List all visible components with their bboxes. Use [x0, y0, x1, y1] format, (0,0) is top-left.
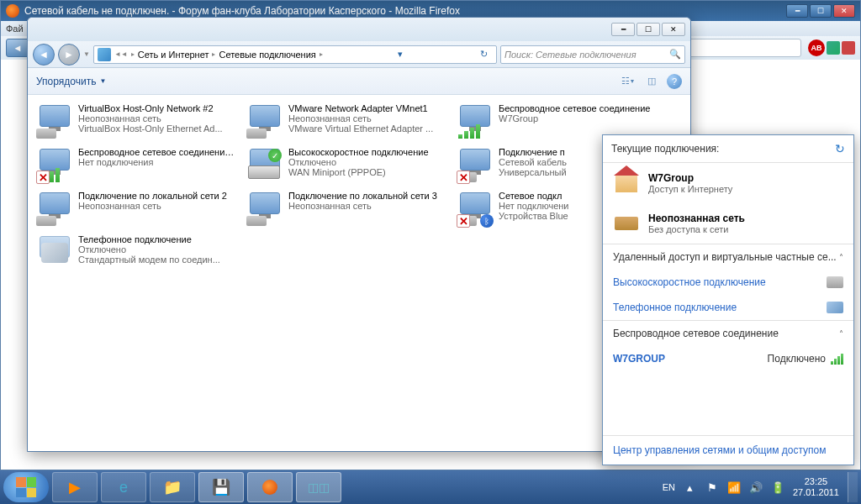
connection-item[interactable]: VirtualBox Host-Only Network #2Неопознан…	[34, 102, 236, 142]
connection-title: Беспроводное сетевое соединение 2	[78, 147, 235, 157]
lan-icon	[246, 191, 283, 228]
network-entry-unknown[interactable]: Неопознанная сеть Без доступа к сети	[603, 203, 853, 244]
language-indicator[interactable]: EN	[663, 482, 675, 492]
flyout-footer-link[interactable]: Центр управления сетями и общим доступом	[603, 435, 853, 465]
back-button[interactable]: ◄	[6, 39, 29, 57]
error-overlay-icon: ✕	[457, 214, 470, 228]
task-save[interactable]: 💾	[198, 472, 244, 502]
windows-logo-icon	[16, 477, 36, 497]
nav-history-dropdown[interactable]: ▼	[83, 50, 90, 58]
tray-show-hidden-icon[interactable]: ▴	[684, 480, 697, 494]
explorer-minimize-button[interactable]: ━	[611, 23, 635, 36]
breadcrumb-root[interactable]: Сеть и Интернет	[138, 50, 209, 60]
adblock-icon[interactable]: AB	[808, 39, 825, 56]
search-icon: 🔍	[669, 49, 681, 60]
house-icon	[615, 174, 637, 192]
modem-icon	[827, 276, 843, 288]
connection-adapter: WAN Miniport (PPPOE)	[288, 167, 445, 177]
signal-bars-icon	[831, 353, 843, 365]
lan-icon	[36, 191, 73, 228]
wifi-icon	[457, 103, 494, 140]
connection-item[interactable]: ✓Высокоскоростное подключениеОтключеноWA…	[245, 145, 446, 186]
view-button[interactable]: ☷▼	[620, 73, 637, 90]
kaspersky-icon	[827, 41, 840, 55]
connection-item[interactable]: Подключение по локальной сети 2Неопознан…	[34, 189, 236, 229]
preview-pane-button[interactable]: ◫	[643, 73, 660, 90]
search-placeholder: Поиск: Сетевые подключения	[504, 50, 637, 60]
connection-status: Неопознанная сеть	[288, 201, 445, 211]
explorer-navbar: ◄ ► ▼ ◄◄ ▸ Сеть и Интернет ▸ Сетевые под…	[28, 41, 690, 68]
connection-item[interactable]: VMware Network Adapter VMnet1Неопознанна…	[245, 102, 446, 142]
chevron-up-icon: ˄	[839, 329, 843, 339]
connection-status: Нет подключения	[78, 157, 235, 167]
network-entry-home[interactable]: W7Group Доступ к Интернету	[603, 163, 853, 203]
explorer-maximize-button[interactable]: ☐	[637, 23, 660, 36]
start-button[interactable]	[3, 472, 49, 502]
explorer-window: ━ ☐ ✕ ◄ ► ▼ ◄◄ ▸ Сеть и Интернет ▸ Сетев…	[27, 17, 691, 452]
organize-button[interactable]: Упорядочить▼	[36, 76, 106, 87]
explorer-titlebar: ━ ☐ ✕	[28, 18, 690, 41]
link-phone[interactable]: Телефонное подключение	[603, 295, 853, 320]
bluetooth-overlay-icon: ᛒ	[480, 214, 494, 228]
connection-title: VirtualBox Host-Only Network #2	[78, 103, 235, 113]
clock[interactable]: 23:25 27.01.2011	[793, 476, 839, 498]
category-dialup[interactable]: Удаленный доступ и виртуальные частные с…	[603, 244, 853, 270]
connection-status: Неопознанная сеть	[288, 113, 445, 123]
tray-power-icon[interactable]: 🔋	[771, 480, 784, 494]
firefox-title: Сетевой кабель не подключен. - Форум фан…	[24, 5, 786, 17]
explorer-toolbar: Упорядочить▼ ☷▼ ◫ ?	[28, 68, 690, 95]
show-desktop-button[interactable]	[848, 472, 858, 502]
tray-network-icon[interactable]: 📶	[727, 480, 741, 494]
connection-title: Подключение по локальной сети 3	[288, 191, 445, 201]
taskbar: ▶ e 📁 💾 ◫◫ EN ▴ ⚑ 📶 🔊 🔋 23:25 27.01.2011	[0, 470, 861, 504]
bench-icon	[615, 217, 638, 230]
connection-status: Неопознанная сеть	[78, 201, 235, 211]
connection-title: Беспроводное сетевое соединение	[499, 103, 655, 113]
addon-icon	[842, 41, 855, 55]
wifi-network[interactable]: W7GROUP Подключено	[603, 346, 853, 371]
connection-title: Подключение по локальной сети 2	[78, 191, 235, 201]
task-netconn[interactable]: ◫◫	[296, 472, 341, 502]
wifi-icon: ✕	[36, 147, 73, 184]
connection-status: Отключено	[78, 244, 235, 255]
phone-icon	[36, 234, 73, 271]
modem-icon: ✓	[246, 147, 283, 184]
connection-status: Отключено	[288, 157, 445, 167]
close-button[interactable]: ✕	[833, 4, 855, 18]
explorer-close-button[interactable]: ✕	[662, 23, 685, 36]
network-icon	[98, 48, 111, 61]
task-wmp[interactable]: ▶	[52, 472, 98, 502]
explorer-body: VirtualBox Host-Only Network #2Неопознан…	[28, 95, 690, 449]
breadcrumb-dropdown[interactable]: ▾	[391, 45, 409, 64]
nav-forward-button[interactable]: ►	[58, 44, 80, 66]
tray-volume-icon[interactable]: 🔊	[749, 480, 763, 494]
nav-back-button[interactable]: ◄	[33, 44, 55, 66]
maximize-button[interactable]: ☐	[810, 4, 832, 18]
tray-action-center-icon[interactable]: ⚑	[705, 480, 719, 494]
network-flyout: Текущие подключения: ↻ W7Group Доступ к …	[602, 134, 854, 465]
connection-item[interactable]: ✕Беспроводное сетевое соединение 2Нет по…	[34, 145, 236, 186]
refresh-button[interactable]: ↻	[474, 45, 493, 64]
connection-adapter: Стандартный модем по соедин...	[78, 255, 235, 265]
search-input[interactable]: Поиск: Сетевые подключения 🔍	[500, 45, 685, 64]
connection-item[interactable]: Телефонное подключениеОтключеноСтандартн…	[34, 233, 236, 273]
task-explorer[interactable]: 📁	[150, 472, 195, 502]
connection-title: Высокоскоростное подключение	[288, 147, 445, 157]
task-ie[interactable]: e	[101, 472, 146, 502]
menu-file[interactable]: Фай	[6, 24, 24, 34]
minimize-button[interactable]: ━	[786, 4, 808, 18]
task-firefox[interactable]	[247, 472, 293, 502]
breadcrumb-current[interactable]: Сетевые подключения	[219, 50, 315, 60]
help-button[interactable]: ?	[667, 74, 682, 89]
breadcrumb[interactable]: ◄◄ ▸ Сеть и Интернет ▸ Сетевые подключен…	[93, 45, 497, 64]
connection-title: Телефонное подключение	[78, 234, 235, 244]
firefox-icon	[6, 4, 19, 18]
flyout-refresh-icon[interactable]: ↻	[835, 142, 845, 155]
connection-title: VMware Network Adapter VMnet1	[288, 103, 445, 113]
link-highspeed[interactable]: Высокоскоростное подключение	[603, 270, 853, 295]
chevron-up-icon: ˄	[839, 253, 843, 262]
connection-item[interactable]: Подключение по локальной сети 3Неопознан…	[245, 189, 446, 229]
error-overlay-icon: ✕	[36, 171, 50, 184]
category-wifi[interactable]: Беспроводное сетевое соединение˄	[603, 320, 853, 346]
system-tray: EN ▴ ⚑ 📶 🔊 🔋 23:25 27.01.2011	[663, 476, 844, 498]
